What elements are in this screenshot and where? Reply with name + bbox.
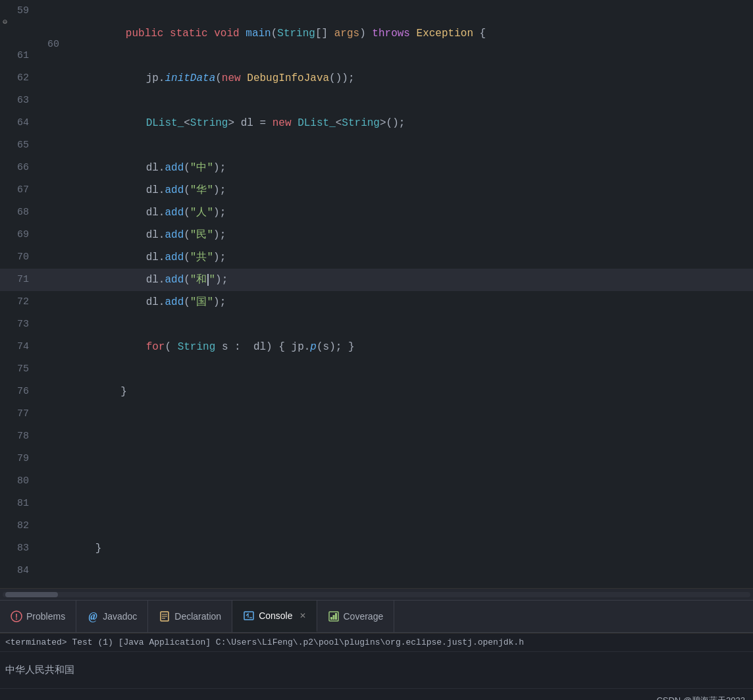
code-line-62: 62 jp.initData(new DebugInfoJava()); bbox=[0, 67, 753, 90]
line-number-76: 76 bbox=[0, 381, 39, 403]
scrollbar-thumb[interactable] bbox=[5, 592, 58, 597]
tab-javadoc[interactable]: @ Javadoc bbox=[76, 601, 148, 632]
line-number-74: 74 bbox=[0, 336, 39, 358]
console-terminated-text: <terminated> Test (1) [Java Application]… bbox=[5, 637, 748, 647]
code-line-81: 81 bbox=[0, 493, 753, 515]
code-content-83: } bbox=[39, 515, 753, 582]
code-line-72: 72 dl.add("国"); bbox=[0, 291, 753, 313]
line-number-77: 77 bbox=[0, 403, 39, 425]
line-number-70: 70 bbox=[0, 246, 39, 269]
line-number-67: 67 bbox=[0, 179, 39, 202]
code-line-64: 64 DList_<String> dl = new DList_<String… bbox=[0, 112, 753, 134]
tab-declaration[interactable]: Declaration bbox=[148, 601, 232, 632]
line-number-61: 61 bbox=[0, 45, 39, 67]
code-line-83: 83 } bbox=[0, 537, 753, 560]
tab-declaration-label: Declaration bbox=[174, 611, 221, 622]
tab-console[interactable]: Console ✕ bbox=[232, 601, 317, 632]
console-output-area: 中华人民共和国 bbox=[0, 651, 753, 688]
code-editor: 59 ⊖ 60 public static void main(String[]… bbox=[0, 0, 753, 588]
tab-coverage-label: Coverage bbox=[344, 611, 384, 622]
tab-javadoc-label: Javadoc bbox=[103, 611, 137, 622]
line-number-72: 72 bbox=[0, 291, 39, 313]
tab-console-close[interactable]: ✕ bbox=[299, 611, 306, 620]
tab-console-label: Console bbox=[259, 610, 292, 621]
line-number-82: 82 bbox=[0, 515, 39, 537]
collapse-icon-60[interactable]: ⊖ bbox=[3, 11, 7, 34]
line-number-63: 63 bbox=[0, 90, 39, 112]
tab-problems[interactable]: ! Problems bbox=[0, 601, 76, 632]
line-number-79: 79 bbox=[0, 448, 39, 470]
declaration-icon bbox=[159, 610, 170, 622]
tab-coverage[interactable]: Coverage bbox=[317, 601, 395, 632]
bottom-status-text: CSDN @碧海蓝天2022 bbox=[656, 695, 745, 701]
tab-problems-label: Problems bbox=[26, 611, 65, 622]
code-line-60: ⊖ 60 public static void main(String[] ar… bbox=[0, 22, 753, 45]
line-number-71: 71 bbox=[0, 269, 39, 291]
svg-text:!: ! bbox=[15, 612, 18, 622]
line-number-65: 65 bbox=[0, 134, 39, 157]
line-number-66: 66 bbox=[0, 157, 39, 179]
horizontal-scrollbar[interactable] bbox=[0, 588, 753, 600]
problems-icon: ! bbox=[11, 610, 22, 622]
line-number-69: 69 bbox=[0, 224, 39, 246]
svg-rect-9 bbox=[330, 617, 332, 620]
svg-rect-11 bbox=[335, 613, 337, 620]
line-number-62: 62 bbox=[0, 67, 39, 90]
coverage-icon bbox=[328, 610, 340, 622]
code-line-80: 80 bbox=[0, 470, 753, 493]
code-line-76: 76 } bbox=[0, 381, 753, 403]
line-number-68: 68 bbox=[0, 202, 39, 224]
console-output-text: 中华人民共和国 bbox=[5, 664, 74, 676]
line-number-78: 78 bbox=[0, 425, 39, 448]
code-line-79: 79 bbox=[0, 448, 753, 470]
line-number-80: 80 bbox=[0, 470, 39, 493]
line-number-81: 81 bbox=[0, 493, 39, 515]
code-lines: 59 ⊖ 60 public static void main(String[]… bbox=[0, 0, 753, 582]
bottom-statusbar: CSDN @碧海蓝天2022 bbox=[0, 688, 753, 700]
scrollbar-track[interactable] bbox=[3, 592, 750, 597]
code-line-74: 74 for( String s : dl) { jp.p(s); } bbox=[0, 336, 753, 358]
line-number-84: 84 bbox=[0, 560, 39, 582]
console-icon bbox=[243, 610, 255, 622]
line-number-83: 83 bbox=[0, 537, 39, 560]
line-number-64: 64 bbox=[0, 112, 39, 134]
console-terminated-bar: <terminated> Test (1) [Java Application]… bbox=[0, 633, 753, 651]
code-line-78: 78 bbox=[0, 425, 753, 448]
javadoc-icon: @ bbox=[87, 610, 99, 622]
line-number-75: 75 bbox=[0, 358, 39, 381]
code-content-76: } bbox=[39, 358, 753, 425]
svg-rect-10 bbox=[332, 615, 334, 620]
bottom-tab-bar: ! Problems @ Javadoc Declaration bbox=[0, 600, 753, 633]
svg-rect-6 bbox=[244, 612, 253, 620]
line-number-73: 73 bbox=[0, 313, 39, 336]
